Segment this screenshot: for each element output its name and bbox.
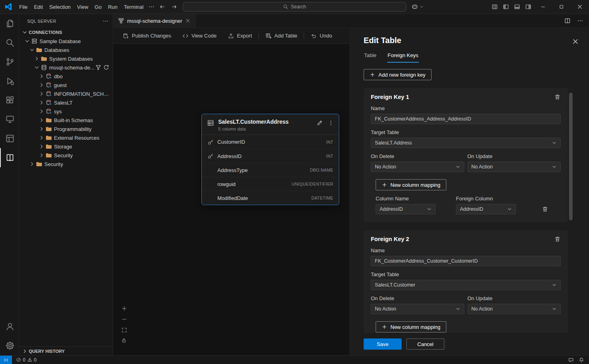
zoom-out-icon[interactable] <box>121 316 127 322</box>
chevron-right-icon[interactable] <box>38 73 45 79</box>
back-icon[interactable] <box>159 4 165 10</box>
close-tab-icon[interactable] <box>185 18 191 24</box>
tree-item[interactable]: sys <box>19 107 113 116</box>
chevron-right-icon[interactable] <box>34 55 40 62</box>
fk1-name-input[interactable] <box>371 114 561 124</box>
chevron-right-icon[interactable] <box>38 108 45 115</box>
fk2-target-table-select[interactable]: SalesLT.Customer <box>371 280 561 290</box>
column-row[interactable]: rowguid UNIQUEIDENTIFIER <box>202 177 339 191</box>
feedback-icon[interactable] <box>568 357 574 363</box>
chevron-down-icon[interactable] <box>29 47 35 53</box>
chevron-right-icon[interactable] <box>38 99 45 106</box>
tree-item[interactable]: Security <box>19 160 113 168</box>
menu-view[interactable]: View <box>74 2 92 12</box>
lock-icon[interactable] <box>121 338 127 343</box>
menu-selection[interactable]: Selection <box>46 2 74 12</box>
column-row[interactable]: AddressID INT <box>202 149 339 163</box>
new-column-mapping-button[interactable]: New column mapping <box>376 179 446 190</box>
tree-item[interactable]: System Databases <box>19 54 113 63</box>
table-menu-icon[interactable] <box>328 120 334 126</box>
editor-more-icon[interactable] <box>577 18 583 24</box>
tree-item[interactable]: Sample Database <box>19 37 113 46</box>
activity-item-extensions-icon[interactable] <box>0 91 19 110</box>
fk1-target-table-select[interactable]: SalesLT.Address <box>371 138 561 148</box>
query-history-section-header[interactable]: QUERY HISTORY <box>19 346 113 355</box>
chevron-right-icon[interactable] <box>38 82 45 88</box>
toolbar-export-button[interactable]: Export <box>222 28 258 44</box>
activity-item-sql-server-icon[interactable] <box>0 148 19 167</box>
chevron-right-icon[interactable] <box>38 91 45 97</box>
save-button[interactable]: Save <box>364 338 402 350</box>
activity-item-source-control-icon[interactable] <box>0 52 19 71</box>
activity-item-run-debug-icon[interactable] <box>0 71 19 91</box>
activity-item-files-icon[interactable] <box>0 14 19 33</box>
tab-table[interactable]: Table <box>364 51 377 63</box>
delete-fk1-icon[interactable] <box>554 94 561 100</box>
new-column-mapping-button[interactable]: New column mapping <box>376 321 446 332</box>
tab-foreign-keys[interactable]: Foreign Keys <box>387 51 419 63</box>
tree-item[interactable]: mssql-schema-de... <box>19 63 113 72</box>
close-panel-icon[interactable] <box>571 38 579 46</box>
toggle-secondary-sidebar-icon[interactable] <box>525 4 531 10</box>
scrollbar-thumb[interactable] <box>569 93 573 220</box>
toggle-panel-icon[interactable] <box>514 4 520 10</box>
tree-item[interactable]: INFORMATION_SCHEMA <box>19 89 113 98</box>
toolbar-publish-changes-button[interactable]: Publish Changes <box>117 28 177 44</box>
menu-file[interactable]: File <box>16 2 31 12</box>
delete-mapping-icon[interactable] <box>542 206 548 212</box>
command-center-search[interactable]: Search <box>183 2 406 12</box>
account-button[interactable] <box>0 317 19 336</box>
settings-button[interactable] <box>0 336 19 355</box>
fk2-on-update-select[interactable]: No Action <box>468 304 561 314</box>
delete-fk2-icon[interactable] <box>554 236 561 242</box>
column-row[interactable]: ModifiedDate DATETIME <box>202 191 339 205</box>
tree-item[interactable]: Databases <box>19 46 113 54</box>
layout-icon[interactable] <box>491 4 498 10</box>
menu-run[interactable]: Run <box>105 2 121 12</box>
minimize-icon[interactable] <box>540 4 546 10</box>
chevron-right-icon[interactable] <box>38 143 45 150</box>
filter-icon[interactable] <box>95 64 101 71</box>
toggle-sidebar-icon[interactable] <box>503 4 509 10</box>
tree-item[interactable]: Security <box>19 151 113 160</box>
add-foreign-key-button[interactable]: Add new foreign key <box>364 69 432 80</box>
menu-terminal[interactable]: Terminal <box>121 2 147 12</box>
toolbar-view-code-button[interactable]: View Code <box>177 28 222 44</box>
tree-item[interactable]: Built-in Schemas <box>19 116 113 125</box>
refresh-icon[interactable] <box>103 64 109 71</box>
edit-table-pencil-icon[interactable] <box>316 120 323 126</box>
tree-item[interactable]: dbo <box>19 72 113 81</box>
close-window-icon[interactable] <box>577 4 583 10</box>
remote-indicator[interactable] <box>0 356 12 364</box>
zoom-in-icon[interactable] <box>121 305 127 312</box>
chevron-right-icon[interactable] <box>38 117 45 123</box>
connections-section-header[interactable]: CONNECTIONS <box>19 28 113 37</box>
column-row[interactable]: AddressType DBO.NAME <box>202 163 339 177</box>
schema-canvas[interactable]: SalesLT.CustomerAddress 5 column data Cu… <box>113 44 349 355</box>
toolbar-undo-button[interactable]: Undo <box>305 28 338 44</box>
maximize-icon[interactable] <box>559 4 564 10</box>
fk1-foreign-column-select[interactable]: AddressID <box>456 204 516 214</box>
tree-item[interactable]: Programmability <box>19 125 113 133</box>
tree-item[interactable]: guest <box>19 81 113 89</box>
fk2-on-delete-select[interactable]: No Action <box>371 304 464 314</box>
chevron-down-icon[interactable] <box>24 38 30 44</box>
chevron-right-icon[interactable] <box>29 161 35 167</box>
fk2-name-input[interactable] <box>371 256 561 266</box>
menu-overflow-icon[interactable] <box>148 4 155 10</box>
tree-item[interactable]: External Resources <box>19 133 113 142</box>
fk1-on-delete-select[interactable]: No Action <box>371 162 464 172</box>
activity-item-remote-explorer-icon[interactable] <box>0 110 19 129</box>
activity-item-table-designer-icon[interactable] <box>0 129 19 148</box>
tab-mssql-schema-designer[interactable]: mssql-schema-designer <box>113 14 196 28</box>
chevron-right-icon[interactable] <box>38 135 45 141</box>
fit-view-icon[interactable] <box>121 327 127 333</box>
copilot-menu[interactable] <box>411 3 424 10</box>
tree-item[interactable]: SalesLT <box>19 98 113 107</box>
menu-go[interactable]: Go <box>92 2 105 12</box>
table-node-customeraddress[interactable]: SalesLT.CustomerAddress 5 column data Cu… <box>201 114 339 205</box>
panel-scrollbar[interactable] <box>569 93 573 329</box>
chevron-down-icon[interactable] <box>34 64 40 71</box>
chevron-right-icon[interactable] <box>38 126 45 132</box>
fk1-column-name-select[interactable]: AddressID <box>376 204 436 214</box>
